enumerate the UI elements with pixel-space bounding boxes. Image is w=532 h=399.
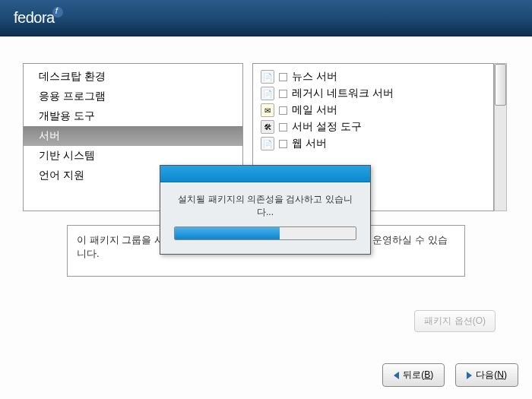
pkg-label: 서버 설정 도구 [292,120,362,134]
category-dev-tools[interactable]: 개발용 도구 [24,106,242,126]
logo-text: fedora [14,9,55,27]
progress-message: 설치될 패키지의 의존성을 검사하고 있습니다... [174,193,356,219]
next-button[interactable]: 다음(N) [455,363,518,387]
checkbox[interactable] [279,73,287,81]
progress-dialog: 설치될 패키지의 의존성을 검사하고 있습니다... [160,165,371,255]
pkg-label: 레거시 네트워크 서버 [292,87,394,100]
pkg-label: 뉴스 서버 [292,70,337,84]
footer-nav: 뒤로(B) 다음(N) [382,363,518,387]
document-icon: 📄 [261,70,274,84]
fedora-logo-icon [52,7,63,17]
arrow-left-icon [394,372,399,379]
header-bar: fedora [0,0,532,36]
mail-icon: ✉ [261,103,274,117]
pkg-row-config[interactable]: 🛠 서버 설정 도구 [256,119,490,135]
category-server[interactable]: 서버 [24,126,242,146]
scrollbar[interactable] [494,63,507,211]
pkg-label: 메일 서버 [292,103,337,117]
arrow-right-icon [467,372,472,379]
tools-icon: 🛠 [261,120,274,134]
progress-bar [174,226,356,240]
pkg-row-web[interactable]: 📄 웹 서버 [256,135,490,152]
checkbox[interactable] [279,90,287,98]
checkbox[interactable] [279,106,287,115]
package-options-button: 패키지 옵션(O) [414,310,496,332]
back-button[interactable]: 뒤로(B) [382,363,445,387]
scroll-thumb[interactable] [495,64,506,106]
document-icon: 📄 [261,137,274,150]
pkg-label: 웹 서버 [292,137,327,150]
category-applications[interactable]: 응용 프로그램 [24,87,242,106]
pkg-row-mail[interactable]: ✉ 메일 서버 [256,102,490,119]
category-base-system[interactable]: 기반 시스템 [24,146,242,166]
checkbox[interactable] [279,140,287,148]
dialog-titlebar[interactable] [160,166,370,182]
pkg-row-news[interactable]: 📄 뉴스 서버 [256,68,490,85]
dialog-body: 설치될 패키지의 의존성을 검사하고 있습니다... [160,182,370,254]
category-desktop[interactable]: 데스크탑 환경 [24,64,242,87]
pkg-row-legacy[interactable]: 📄 레거시 네트워크 서버 [256,85,490,102]
document-icon: 📄 [261,87,274,100]
progress-fill [175,227,280,239]
checkbox[interactable] [279,123,287,131]
